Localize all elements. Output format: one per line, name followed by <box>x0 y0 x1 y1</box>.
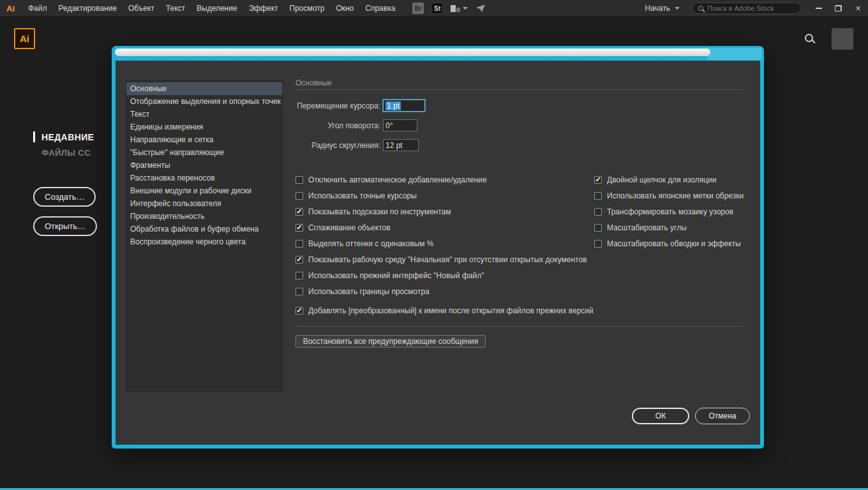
checkbox-row[interactable]: ✓ Сглаживание объектов <box>296 219 597 235</box>
search-icon <box>698 6 703 11</box>
menu-item[interactable]: Текст <box>160 0 191 17</box>
cancel-button[interactable]: Отмена <box>695 408 750 424</box>
dialog-titlebar[interactable] <box>115 48 710 56</box>
reset-warnings-button[interactable]: Восстановить все предупреждающие сообщен… <box>296 335 486 348</box>
category-item[interactable]: Обработка файлов и буфер обмена <box>126 223 282 235</box>
menubar-right: Начать × <box>645 0 868 17</box>
field-value: 12 pt <box>385 141 403 150</box>
field-row: Радиус скругления: 12 pt <box>296 139 425 151</box>
category-item[interactable]: Единицы измерения <box>126 121 282 133</box>
corner-radius-input[interactable]: 12 pt <box>383 139 419 151</box>
menu-item[interactable]: Просмотр <box>284 0 331 17</box>
libraries-button[interactable] <box>451 5 468 12</box>
menu-item[interactable]: Окно <box>330 0 359 17</box>
stock-icon[interactable]: St <box>431 3 443 14</box>
stock-search[interactable] <box>692 3 801 14</box>
checkbox-label: Использовать границы просмотра <box>308 287 430 296</box>
field-value: 0° <box>385 121 393 130</box>
checkbox-label: Отключить автоматическое добавление/удал… <box>308 175 487 184</box>
preferences-content: Основные Перемещение курсора: 1 pt Угол … <box>296 78 742 439</box>
window-controls: × <box>809 0 868 17</box>
checkbox-row[interactable]: ✓ Добавлять [преобразованный] к имени по… <box>296 302 597 318</box>
menu-list: Файл Редактирование Объект Текст Выделен… <box>22 0 401 17</box>
checkbox-label: Показывать подсказки по инструментам <box>308 207 451 216</box>
checkbox[interactable]: ✓ <box>296 208 303 216</box>
checkbox-label: Выделять оттенки с одинаковым % <box>308 239 433 248</box>
category-item[interactable]: Интерфейс пользователя <box>126 197 282 210</box>
menu-item[interactable]: Эффект <box>243 0 284 17</box>
checkbox-row[interactable]: ✓ Масштабировать углы <box>594 219 746 235</box>
minimize-icon <box>816 8 822 9</box>
search-icon[interactable] <box>805 34 813 42</box>
category-item[interactable]: Внешние модули и рабочие диски <box>126 184 282 197</box>
checkbox[interactable]: ✓ <box>594 208 602 216</box>
checkbox-row[interactable]: ✓ Использовать границы просмотра <box>296 283 597 299</box>
category-item[interactable]: Направляющие и сетка <box>126 133 282 146</box>
ok-button[interactable]: ОК <box>632 408 689 424</box>
checkbox-row[interactable]: ✓ Использовать японские метки обрезки <box>594 188 746 204</box>
category-item[interactable]: Отображение выделения и опорных точек <box>126 95 282 108</box>
checkbox-row[interactable]: ✓ Использовать прежний интерфейс "Новый … <box>296 267 597 283</box>
close-button[interactable]: × <box>848 0 868 17</box>
menu-item[interactable]: Выделение <box>191 0 243 17</box>
restore-button[interactable] <box>828 0 848 17</box>
stock-search-input[interactable] <box>707 4 795 12</box>
checkbox[interactable]: ✓ <box>296 192 303 200</box>
checkbox[interactable]: ✓ <box>296 272 303 279</box>
checkbox-row[interactable]: ✓ Отключить автоматическое добавление/уд… <box>296 172 597 188</box>
checkbox[interactable]: ✓ <box>594 192 602 200</box>
checkbox[interactable]: ✓ <box>296 224 303 232</box>
category-list: Основные Отображение выделения и опорных… <box>126 80 283 392</box>
checkbox[interactable]: ✓ <box>296 288 303 295</box>
menu-item[interactable]: Файл <box>22 0 53 17</box>
checkbox-row[interactable]: ✓ Трансформировать мозаику узоров <box>594 204 746 219</box>
menu-item[interactable]: Справка <box>359 0 401 17</box>
category-item[interactable]: Расстановка переносов <box>126 172 282 184</box>
checkbox-row[interactable]: ✓ Выделять оттенки с одинаковым % <box>296 235 597 251</box>
share-icon[interactable] <box>475 4 486 13</box>
menu-item[interactable]: Объект <box>123 0 160 17</box>
checkbox[interactable]: ✓ <box>296 256 303 264</box>
sidebar-item-cc-files[interactable]: ФАЙЛЫ CC <box>41 148 91 158</box>
avatar[interactable] <box>832 28 853 50</box>
checkbox-row[interactable]: ✓ Использовать точные курсоры <box>296 188 597 204</box>
divider <box>296 326 742 327</box>
checkbox-label: Сглаживание объектов <box>308 223 391 232</box>
close-icon: × <box>855 3 860 13</box>
menubar-icons: Br St <box>412 3 486 14</box>
bridge-icon[interactable]: Br <box>412 3 424 14</box>
checkbox[interactable]: ✓ <box>594 176 602 184</box>
category-item[interactable]: Текст <box>126 108 282 121</box>
category-item[interactable]: Фрагменты <box>126 159 282 172</box>
checkbox-row[interactable]: ✓ Показывать подсказки по инструментам <box>296 204 597 219</box>
field-label: Угол поворота: <box>296 121 380 130</box>
check-icon: ✓ <box>296 224 302 231</box>
checkbox[interactable]: ✓ <box>296 307 303 315</box>
checkbox[interactable]: ✓ <box>296 176 303 184</box>
start-menu-button[interactable]: Начать <box>645 4 680 13</box>
keyboard-increment-input[interactable]: 1 pt <box>383 100 425 112</box>
fields: Перемещение курсора: 1 pt Угол поворота:… <box>296 100 425 159</box>
minimize-button[interactable] <box>809 0 828 17</box>
checkbox[interactable]: ✓ <box>296 240 303 248</box>
dialog-frame-corner <box>707 48 762 60</box>
category-item[interactable]: Воспроизведение черного цвета <box>126 235 282 248</box>
open-button[interactable]: Открыть… <box>33 216 97 236</box>
checkbox-row[interactable]: ✓ Масштабировать обводки и эффекты <box>594 235 746 251</box>
chevron-down-icon <box>463 7 468 10</box>
category-item[interactable]: Производительность <box>126 210 282 223</box>
rotation-angle-input[interactable]: 0° <box>383 119 417 131</box>
sidebar-item-label: НЕДАВНИЕ <box>41 132 94 142</box>
check-icon: ✓ <box>296 256 302 263</box>
category-item[interactable]: Основные <box>126 82 282 95</box>
sidebar-item-recent[interactable]: НЕДАВНИЕ <box>33 131 94 142</box>
checkbox[interactable]: ✓ <box>594 224 602 232</box>
category-item[interactable]: "Быстрые" направляющие <box>126 146 282 159</box>
create-button[interactable]: Создать… <box>33 187 96 207</box>
menu-item[interactable]: Редактирование <box>53 0 123 17</box>
checkbox-row[interactable]: ✓ Двойной щелчок для изоляции <box>594 172 746 188</box>
checkbox[interactable]: ✓ <box>594 240 602 248</box>
active-indicator <box>33 131 35 142</box>
app-logo-small: Ai <box>6 4 15 13</box>
checkbox-row[interactable]: ✓ Показывать рабочую среду "Начальная" п… <box>296 251 597 267</box>
